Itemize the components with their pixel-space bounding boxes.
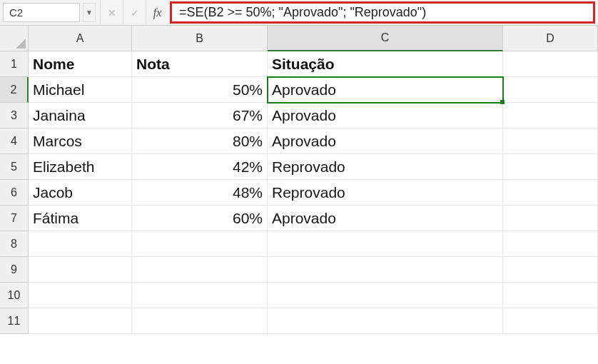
cell-C11[interactable] — [268, 308, 503, 334]
cell-D6[interactable] — [503, 180, 598, 206]
cell-C2[interactable]: Aprovado — [268, 77, 503, 103]
cell-D4[interactable] — [503, 128, 598, 154]
cell-C1[interactable]: Situação — [268, 51, 503, 77]
name-box[interactable]: C2 — [3, 3, 80, 22]
name-box-dropdown[interactable]: ▼ — [83, 3, 96, 22]
cell-D5[interactable] — [503, 154, 598, 180]
cell-C7[interactable]: Aprovado — [268, 206, 503, 231]
formula-bar: C2 ▼ ✕ ✓ fx =SE(B2 >= 50%; "Aprovado"; "… — [0, 0, 598, 26]
cell-C6[interactable]: Reprovado — [268, 180, 503, 206]
cell-A3[interactable]: Janaina — [29, 103, 132, 128]
cell-C8[interactable] — [268, 231, 503, 257]
cell-B11[interactable] — [132, 308, 268, 334]
cell-B1[interactable]: Nota — [132, 51, 268, 77]
cell-D2[interactable] — [503, 77, 598, 103]
row-header-1[interactable]: 1 — [0, 51, 29, 77]
fx-icon[interactable]: fx — [146, 0, 168, 25]
select-all-corner[interactable] — [0, 26, 29, 51]
spreadsheet-grid: A B C D 1 Nome Nota Situação 2 Michael 5… — [0, 26, 598, 334]
row-header-6[interactable]: 6 — [0, 180, 29, 206]
row-header-4[interactable]: 4 — [0, 128, 29, 154]
cell-D1[interactable] — [503, 51, 598, 77]
col-header-A[interactable]: A — [29, 26, 132, 51]
cell-D9[interactable] — [503, 257, 598, 283]
cell-A7[interactable]: Fátima — [29, 206, 132, 231]
cell-C5[interactable]: Reprovado — [268, 154, 503, 180]
row-header-9[interactable]: 9 — [0, 257, 29, 283]
cell-B7[interactable]: 60% — [132, 206, 268, 231]
cell-D11[interactable] — [503, 308, 598, 334]
cell-B6[interactable]: 48% — [132, 180, 268, 206]
row-header-5[interactable]: 5 — [0, 154, 29, 180]
cell-B2[interactable]: 50% — [132, 77, 268, 103]
cell-A5[interactable]: Elizabeth — [29, 154, 132, 180]
cell-D3[interactable] — [503, 103, 598, 128]
cell-A2[interactable]: Michael — [29, 77, 132, 103]
formula-input[interactable]: =SE(B2 >= 50%; "Aprovado"; "Reprovado") — [170, 1, 595, 24]
cell-A11[interactable] — [29, 308, 132, 334]
cell-C10[interactable] — [268, 283, 503, 308]
cell-B8[interactable] — [132, 231, 268, 257]
col-header-B[interactable]: B — [132, 26, 268, 51]
cell-D7[interactable] — [503, 206, 598, 231]
cell-A4[interactable]: Marcos — [29, 128, 132, 154]
accept-formula-icon: ✓ — [123, 0, 146, 25]
row-header-3[interactable]: 3 — [0, 103, 29, 128]
cell-A9[interactable] — [29, 257, 132, 283]
cancel-formula-icon: ✕ — [100, 0, 123, 25]
cell-A10[interactable] — [29, 283, 132, 308]
cell-C9[interactable] — [268, 257, 503, 283]
cell-D10[interactable] — [503, 283, 598, 308]
cell-A1[interactable]: Nome — [29, 51, 132, 77]
col-header-C[interactable]: C — [268, 26, 503, 51]
cell-B9[interactable] — [132, 257, 268, 283]
row-header-10[interactable]: 10 — [0, 283, 29, 308]
cell-B4[interactable]: 80% — [132, 128, 268, 154]
cell-B10[interactable] — [132, 283, 268, 308]
row-header-7[interactable]: 7 — [0, 206, 29, 231]
cell-C3[interactable]: Aprovado — [268, 103, 503, 128]
row-header-11[interactable]: 11 — [0, 308, 29, 334]
cell-D8[interactable] — [503, 231, 598, 257]
cell-C4[interactable]: Aprovado — [268, 128, 503, 154]
cell-B3[interactable]: 67% — [132, 103, 268, 128]
col-header-D[interactable]: D — [503, 26, 598, 51]
row-header-8[interactable]: 8 — [0, 231, 29, 257]
row-header-2[interactable]: 2 — [0, 77, 29, 103]
cell-A8[interactable] — [29, 231, 132, 257]
cell-A6[interactable]: Jacob — [29, 180, 132, 206]
cell-B5[interactable]: 42% — [132, 154, 268, 180]
